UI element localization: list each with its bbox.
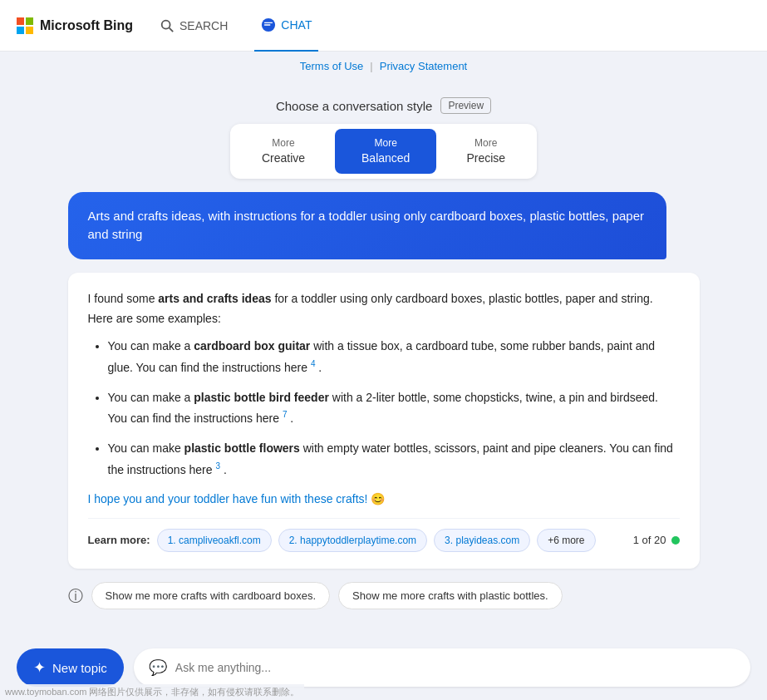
- suggestion-button-2[interactable]: Show me more crafts with plastic bottles…: [338, 582, 563, 609]
- response-closing: I hope you and your toddler have fun wit…: [88, 490, 680, 510]
- question-icon: ⓘ: [68, 586, 83, 606]
- chat-input[interactable]: [175, 661, 735, 674]
- item2-bold: plastic bottle bird feeder: [194, 391, 329, 404]
- style-balanced-button[interactable]: More Balanced: [335, 129, 436, 174]
- logo-area: Microsoft Bing: [17, 17, 133, 34]
- svg-line-5: [170, 27, 174, 32]
- sub-divider: |: [370, 60, 372, 72]
- svg-rect-3: [26, 27, 33, 34]
- list-item: You can make a cardboard box guitar with…: [108, 337, 680, 377]
- chat-bubble-icon: 💬: [149, 658, 167, 677]
- suggestion-button-1[interactable]: Show me more crafts with cardboard boxes…: [91, 582, 331, 609]
- balanced-more-text: More: [375, 137, 397, 150]
- search-icon: [160, 18, 175, 33]
- precise-more-text: More: [474, 137, 497, 150]
- item3-bold: plastic bottle flowers: [184, 441, 300, 455]
- style-title: Choose a conversation style: [276, 99, 432, 113]
- ref2[interactable]: 7: [283, 410, 288, 419]
- chat-nav-icon: [261, 17, 276, 32]
- learn-link-1[interactable]: 1. campliveoakfl.com: [157, 529, 272, 552]
- precise-name: Precise: [466, 150, 505, 165]
- style-creative-button[interactable]: More Creative: [235, 129, 332, 174]
- style-label-row: Choose a conversation style Preview: [276, 97, 491, 114]
- nav-search-label: SEARCH: [179, 19, 228, 32]
- user-message-bubble: Arts and crafts ideas, with instructions…: [68, 192, 666, 259]
- learn-more-count[interactable]: +6 more: [537, 529, 595, 552]
- ref3[interactable]: 3: [215, 461, 220, 471]
- learn-more-label: Learn more:: [88, 531, 150, 550]
- learn-link-3[interactable]: 3. playideas.com: [434, 529, 530, 552]
- response-box: I found some arts and crafts ideas for a…: [68, 273, 700, 569]
- header: Microsoft Bing SEARCH CHAT: [0, 0, 767, 52]
- response-intro-bold: arts and crafts ideas: [158, 292, 271, 305]
- creative-more-text: More: [272, 137, 294, 150]
- style-selector: Choose a conversation style Preview More…: [230, 97, 537, 179]
- style-buttons-container: More Creative More Balanced More Precise: [230, 124, 537, 179]
- preview-badge: Preview: [440, 97, 491, 114]
- svg-rect-1: [26, 17, 33, 25]
- list-item: You can make a plastic bottle bird feede…: [108, 388, 680, 429]
- list-item: You can make plastic bottle flowers with…: [108, 439, 680, 480]
- style-precise-button[interactable]: More Precise: [440, 129, 532, 174]
- microsoft-logo-icon: [17, 17, 33, 34]
- green-dot-icon: [671, 536, 680, 545]
- balanced-name: Balanced: [361, 150, 410, 165]
- privacy-statement-link[interactable]: Privacy Statement: [380, 60, 468, 72]
- sub-header: Terms of Use | Privacy Statement: [0, 52, 767, 81]
- item1-bold: cardboard box guitar: [194, 339, 310, 352]
- main-content: Choose a conversation style Preview More…: [0, 81, 767, 623]
- nav-chat[interactable]: CHAT: [254, 0, 318, 52]
- svg-point-4: [162, 20, 170, 28]
- nav-chat-label: CHAT: [281, 18, 312, 32]
- response-intro: I found some arts and crafts ideas for a…: [88, 289, 680, 329]
- learn-more-bar: Learn more: 1. campliveoakfl.com 2. happ…: [88, 518, 680, 552]
- sparkle-icon: ✦: [33, 658, 46, 677]
- svg-rect-2: [17, 27, 24, 34]
- new-topic-label: New topic: [52, 661, 107, 675]
- page-number: 1 of 20: [633, 531, 666, 550]
- watermark: www.toymoban.com 网络图片仅供展示，非存储，如有侵权请联系删除。: [0, 684, 304, 700]
- chat-input-container: 💬: [134, 648, 750, 687]
- response-list: You can make a cardboard box guitar with…: [88, 337, 680, 480]
- response-intro-text: I found some: [88, 292, 159, 305]
- terms-of-use-link[interactable]: Terms of Use: [300, 60, 364, 72]
- learn-link-2[interactable]: 2. happytoddlerplaytime.com: [278, 529, 427, 552]
- user-message-wrapper: Arts and crafts ideas, with instructions…: [68, 192, 700, 259]
- ref1[interactable]: 4: [311, 359, 316, 368]
- svg-rect-0: [17, 17, 24, 25]
- suggestions-row: ⓘ Show me more crafts with cardboard box…: [68, 582, 700, 609]
- brand-name: Microsoft Bing: [40, 18, 133, 33]
- new-topic-button[interactable]: ✦ New topic: [17, 648, 124, 687]
- page-indicator: 1 of 20: [633, 531, 680, 550]
- nav-search[interactable]: SEARCH: [153, 0, 234, 52]
- creative-name: Creative: [262, 150, 305, 165]
